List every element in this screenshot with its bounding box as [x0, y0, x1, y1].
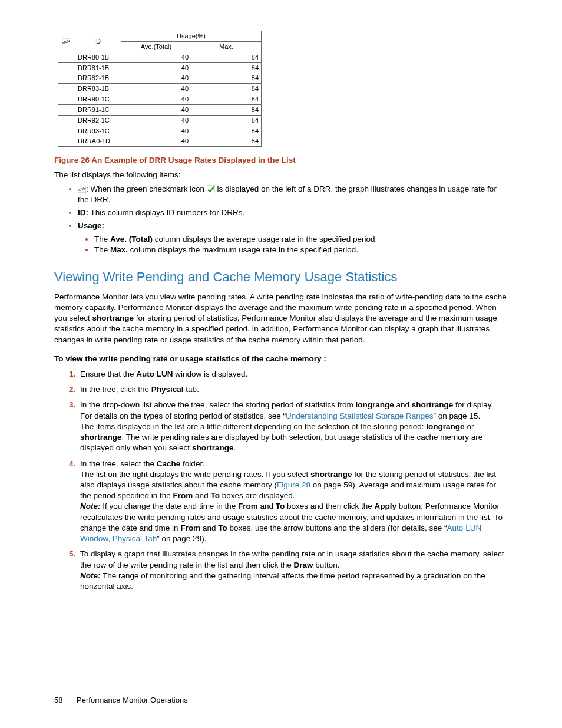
svg-rect-1	[78, 186, 86, 193]
checkmark-icon	[207, 185, 215, 193]
table-row: DRR82-1B4084	[58, 73, 262, 84]
header-max: Max.	[191, 41, 262, 52]
section-para: Performance Monitor lets you view write …	[54, 292, 508, 345]
table-row: DRR83-1B4084	[58, 84, 262, 94]
link-figure-28[interactable]: Figure 28	[277, 480, 310, 489]
row-ave: 40	[121, 136, 191, 147]
row-id: DRR90-1C	[74, 94, 121, 105]
step-5: To display a graph that illustrates chan…	[78, 549, 508, 592]
row-icon-cell	[58, 73, 74, 84]
row-id: DRRA0-1D	[74, 136, 121, 147]
row-id: DRR81-1B	[74, 62, 121, 73]
table-row: DRR91-1C4084	[58, 104, 262, 115]
row-icon-cell	[58, 84, 74, 94]
table-row: DRR93-1C4084	[58, 126, 262, 136]
list-item: The Ave. (Total) column displays the ave…	[94, 234, 508, 245]
row-icon-cell	[58, 104, 74, 115]
svg-rect-0	[62, 38, 70, 45]
row-max: 84	[191, 73, 262, 84]
row-ave: 40	[121, 126, 191, 136]
link-storage-ranges[interactable]: Understanding Statistical Storage Ranges	[286, 411, 434, 420]
row-icon-cell	[58, 94, 74, 105]
row-ave: 40	[121, 84, 191, 94]
row-ave: 40	[121, 52, 191, 62]
header-id: ID	[74, 31, 121, 52]
row-ave: 40	[121, 115, 191, 126]
row-ave: 40	[121, 62, 191, 73]
svg-rect-2	[207, 185, 215, 193]
table-row: DRR80-1B4084	[58, 52, 262, 62]
row-ave: 40	[121, 73, 191, 84]
row-icon-cell	[58, 52, 74, 62]
row-max: 84	[191, 94, 262, 105]
row-icon-cell	[58, 136, 74, 147]
row-max: 84	[191, 104, 262, 115]
figure-caption: Figure 26 An Example of DRR Usage Rates …	[54, 155, 508, 166]
row-max: 84	[191, 52, 262, 62]
table-row: DRR81-1B4084	[58, 62, 262, 73]
table-row: DRRA0-1D4084	[58, 136, 262, 147]
step-1: Ensure that the Auto LUN window is displ…	[78, 369, 508, 380]
procedure-heading: To view the write pending rate or usage …	[54, 354, 508, 364]
table-row: DRR92-1C4084	[58, 115, 262, 126]
header-usage: Usage(%)	[121, 31, 262, 42]
chart-icon-header	[58, 31, 74, 52]
row-icon-cell	[58, 126, 74, 136]
row-id: DRR91-1C	[74, 104, 121, 115]
row-max: 84	[191, 84, 262, 94]
list-item: The Max. column displays the maximum usa…	[94, 245, 508, 255]
row-id: DRR83-1B	[74, 84, 121, 94]
list-item: : When the green checkmark icon is displ…	[78, 184, 508, 205]
list-item: ID: This column displays ID numbers for …	[78, 207, 508, 218]
step-3: In the drop-down list above the tree, se…	[78, 400, 508, 453]
row-id: DRR82-1B	[74, 73, 121, 84]
chart-icon	[78, 186, 86, 193]
list-item: Usage: The Ave. (Total) column displays …	[78, 220, 508, 255]
procedure-list: Ensure that the Auto LUN window is displ…	[54, 369, 508, 592]
row-max: 84	[191, 136, 262, 147]
row-icon-cell	[58, 115, 74, 126]
row-id: DRR80-1B	[74, 52, 121, 62]
row-max: 84	[191, 126, 262, 136]
row-max: 84	[191, 62, 262, 73]
row-max: 84	[191, 115, 262, 126]
chart-icon	[62, 38, 70, 45]
row-id: DRR93-1C	[74, 126, 121, 136]
intro-text: The list displays the following items:	[54, 170, 508, 180]
row-icon-cell	[58, 62, 74, 73]
step-2: In the tree, click the Physical tab.	[78, 384, 508, 395]
header-ave: Ave.(Total)	[121, 41, 191, 52]
row-ave: 40	[121, 94, 191, 105]
table-row: DRR90-1C4084	[58, 94, 262, 105]
row-ave: 40	[121, 104, 191, 115]
feature-list: : When the green checkmark icon is displ…	[54, 184, 508, 255]
drr-usage-table: ID Usage(%) Ave.(Total) Max. DRR80-1B408…	[58, 31, 262, 147]
row-id: DRR92-1C	[74, 115, 121, 126]
section-heading: Viewing Write Pending and Cache Memory U…	[54, 268, 508, 286]
step-4: In the tree, select the Cache folder. Th…	[78, 459, 508, 545]
